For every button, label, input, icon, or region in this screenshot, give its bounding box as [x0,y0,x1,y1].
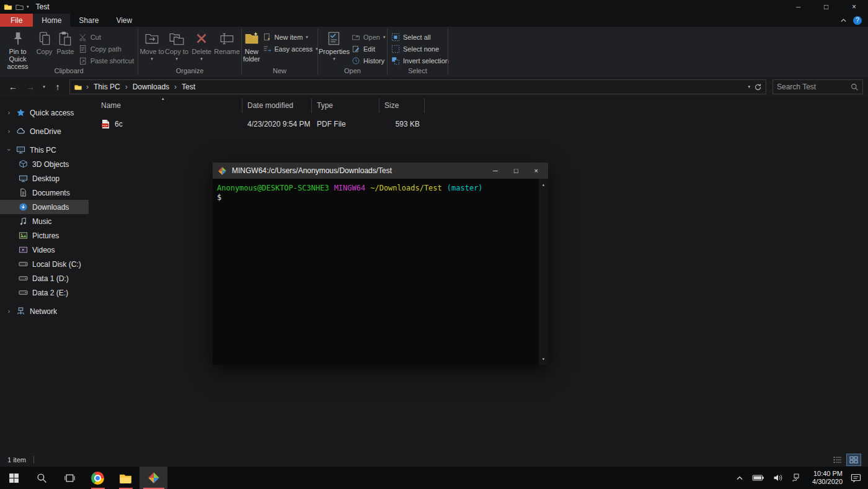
sidebar-item-this-pc[interactable]: › This PC [0,143,89,157]
git-bash-icon [148,472,160,484]
delete-button[interactable]: Delete ▾ [189,29,214,66]
address-bar[interactable]: › This PC › Downloads › Test ▾ [69,79,766,94]
task-view-button[interactable] [56,467,84,489]
forward-button[interactable]: → [22,79,38,95]
prompt-branch: (master) [447,184,483,192]
column-header-date-modified[interactable]: Date modified [242,98,312,113]
column-header-size[interactable]: Size [379,98,425,113]
paste-shortcut-icon [79,56,87,65]
battery-tray-button[interactable] [749,467,768,489]
new-folder-button[interactable]: New folder [243,29,260,66]
sidebar-item-network[interactable]: › Network [0,304,89,318]
quick-access-toolbar-icon[interactable] [16,3,24,11]
minimize-button[interactable]: ─ [784,0,812,14]
address-dropdown-icon[interactable]: ▾ [748,84,750,89]
sidebar-item-data-2-e[interactable]: Data 2 (E:) [0,285,89,300]
tab-share[interactable]: Share [70,14,107,27]
prompt-env: MINGW64 [334,184,366,192]
paste-label: Paste [56,48,74,55]
details-view-button[interactable] [831,454,844,465]
up-icon: ↑ [56,82,60,92]
breadcrumb-test[interactable]: Test [180,83,197,91]
properties-button[interactable]: Properties ▾ [319,29,349,66]
invert-selection-button[interactable]: Invert selection [389,55,451,66]
edit-label: Edit [363,45,375,53]
taskbar-git-bash-button[interactable] [140,467,167,489]
column-header-type[interactable]: Type [312,98,379,113]
new-item-label: New item [275,34,303,41]
sidebar-item-desktop[interactable]: Desktop [0,171,89,186]
maximize-button[interactable]: □ [812,0,840,14]
open-button[interactable]: Open ▾ [349,31,388,43]
search-icon[interactable] [851,83,859,91]
copy-button[interactable]: Copy [34,29,55,66]
sidebar-item-music[interactable]: Music [0,214,89,228]
start-button[interactable] [0,467,28,489]
copy-path-button[interactable]: Copy path [76,43,136,55]
up-button[interactable]: ↑ [50,79,66,95]
paste-button[interactable]: Paste [55,29,76,66]
invert-selection-icon [391,56,400,65]
file-row[interactable]: PDF 6c 4/23/2020 9:54 PM PDF File 593 KB [89,116,868,132]
copy-label: Copy [37,48,53,55]
sidebar-item-quick-access[interactable]: › Quick access [0,105,89,120]
terminal-close-button[interactable]: × [534,167,538,174]
copy-to-button[interactable]: Copy to ▾ [164,29,189,66]
qat-dropdown-icon[interactable]: ▾ [27,4,29,9]
terminal-body[interactable]: Anonymous@DESKTOP-SC3NHE3MINGW64~/Downlo… [213,179,548,365]
tab-file[interactable]: File [0,14,33,27]
column-header-name[interactable]: ▴ Name [89,98,242,113]
taskbar-chrome-button[interactable] [84,467,112,489]
forward-icon: → [26,82,35,92]
scroll-down-icon[interactable]: ▾ [542,354,545,364]
history-button[interactable]: History [349,55,388,66]
status-bar: 1 item [0,452,868,467]
pin-to-quick-access-button[interactable]: Pin to Quick access [1,29,34,66]
breadcrumb-this-pc[interactable]: This PC [92,83,122,91]
terminal-minimize-button[interactable]: ─ [493,167,498,174]
large-icons-view-button[interactable] [847,454,861,465]
new-item-icon [263,33,272,42]
sidebar-item-local-disk-c[interactable]: Local Disk (C:) [0,257,89,271]
move-to-button[interactable]: Move to ▾ [140,29,164,66]
select-none-button[interactable]: Select none [389,43,451,55]
recent-locations-button[interactable]: ▾ [40,79,48,95]
taskbar-search-button[interactable] [28,467,56,489]
easy-access-button[interactable]: Easy access ▾ [260,43,321,55]
taskbar-clock[interactable]: 10:40 PM 4/30/2020 [807,470,845,486]
edit-button[interactable]: Edit [349,43,388,55]
sidebar-item-3d-objects[interactable]: 3D Objects [0,157,89,171]
sidebar-item-onedrive[interactable]: › OneDrive [0,124,89,138]
refresh-button[interactable] [754,83,762,91]
new-item-button[interactable]: New item ▾ [260,31,321,43]
tab-view[interactable]: View [107,14,141,27]
sidebar-item-pictures[interactable]: Pictures [0,228,89,243]
terminal-scrollbar[interactable]: ▴ ▾ [539,179,548,365]
rename-button[interactable]: Rename [214,29,240,66]
sidebar-item-label: OneDrive [30,127,61,136]
select-all-button[interactable]: Select all [389,31,451,43]
properties-icon [326,30,342,47]
paste-shortcut-button[interactable]: Paste shortcut [76,55,136,66]
sidebar-item-videos[interactable]: Videos [0,243,89,257]
breadcrumb-downloads[interactable]: Downloads [131,83,170,91]
back-button[interactable]: ← [5,79,21,95]
collapse-ribbon-button[interactable] [840,17,847,23]
terminal-title-bar[interactable]: MINGW64:/c/Users/Anonymous/Downloads/Tes… [213,163,548,179]
sidebar-item-downloads[interactable]: Downloads [0,200,89,214]
terminal-maximize-button[interactable]: □ [514,167,518,174]
volume-tray-button[interactable] [770,467,786,489]
open-small-buttons: Open ▾ Edit History [349,29,388,66]
help-icon[interactable]: ? [853,16,862,25]
cut-button[interactable]: Cut [76,31,136,43]
network-tray-button[interactable] [789,467,804,489]
search-input[interactable] [777,83,851,91]
sidebar-item-documents[interactable]: Documents [0,186,89,200]
sidebar-item-data-1-d[interactable]: Data 1 (D:) [0,271,89,285]
close-button[interactable]: × [840,0,868,14]
taskbar-file-explorer-button[interactable] [112,467,140,489]
scroll-up-icon[interactable]: ▴ [542,180,545,189]
tab-home[interactable]: Home [33,14,70,27]
action-center-button[interactable] [848,467,864,489]
show-hidden-icons-button[interactable] [733,467,746,489]
